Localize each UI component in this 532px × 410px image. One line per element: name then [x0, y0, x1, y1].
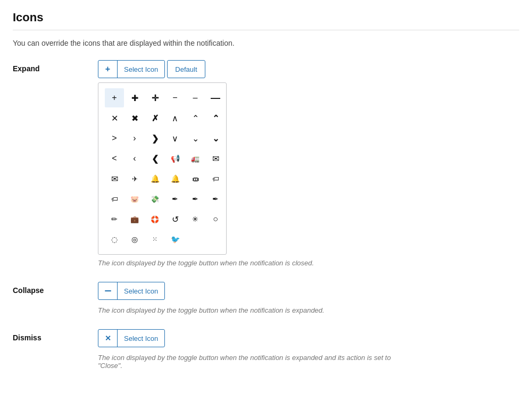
collapse-field-row: Collapse Select Icon The icon displayed … — [13, 282, 519, 314]
icon-cell-marker[interactable]: ✒ — [206, 189, 225, 208]
expand-select-icon-button[interactable]: + Select Icon — [98, 60, 165, 78]
icon-cell-lifebuoy[interactable]: 🛟 — [145, 210, 164, 229]
icon-cell-chevron-left-bold[interactable]: ❮ — [145, 149, 164, 168]
icon-cell-asterisk[interactable]: ✳ — [186, 210, 205, 229]
collapse-icon-preview — [98, 282, 118, 299]
icon-cell-envelope-filled[interactable]: ✉ — [105, 169, 124, 188]
icon-cell-chevron-down-bold[interactable]: ⌄ — [206, 129, 225, 148]
icon-cell-chevron-down-thin[interactable]: ∨ — [165, 129, 185, 148]
collapse-hint: The icon displayed by the toggle button … — [98, 306, 396, 314]
icon-cell-feather[interactable]: ✒ — [186, 189, 205, 208]
icon-cell-circle[interactable]: ○ — [206, 210, 225, 229]
icon-cell-bell-ringing[interactable]: 🔔 — [165, 169, 185, 188]
icon-picker-grid: + ✚ ✛ − – — ✕ ✖ ✗ ∧ ⌃ ⌃ > › ❯ ∨ ⌄ ⌄ < ‹ … — [98, 82, 227, 255]
icon-cell-dots-grid[interactable]: ⁙ — [145, 230, 164, 249]
icon-cell-tag2[interactable]: 🏷 — [105, 189, 124, 208]
collapse-button-label: Select Icon — [118, 287, 164, 295]
icon-cell-megaphone[interactable]: 📢 — [165, 149, 185, 168]
collapse-content: Select Icon The icon displayed by the to… — [98, 282, 519, 314]
icon-cell-chevron-right-medium[interactable]: › — [125, 129, 144, 148]
icon-cell-x-thin[interactable]: ✕ — [105, 108, 124, 128]
icon-cell-minus-bold[interactable]: — — [206, 88, 225, 107]
icon-cell-empty-2[interactable] — [206, 230, 225, 249]
dismiss-content: ✕ Select Icon The icon displayed by the … — [98, 329, 519, 370]
dismiss-icon-preview: ✕ — [98, 330, 118, 347]
expand-button-label: Select Icon — [118, 65, 164, 73]
icon-cell-chevron-up-thin[interactable]: ∧ — [165, 108, 185, 128]
collapse-minus-icon — [105, 290, 111, 291]
icon-cell-twitter[interactable]: 🐦 — [165, 230, 185, 249]
icon-cell-plus-bold[interactable]: ✛ — [145, 88, 164, 107]
icon-cell-x-medium[interactable]: ✖ — [125, 108, 144, 128]
icon-cell-empty-1[interactable] — [186, 230, 205, 249]
icon-cell-minus-thin[interactable]: − — [165, 88, 185, 107]
icon-cell-chevron-right-thin[interactable]: > — [105, 129, 124, 148]
icon-cell-dotted-circle[interactable]: ◌ — [105, 230, 124, 249]
icon-cell-plus-thin[interactable]: + — [105, 88, 124, 107]
icon-cell-refresh[interactable]: ↺ — [165, 210, 185, 229]
icon-cell-chevron-left-medium[interactable]: ‹ — [125, 149, 144, 168]
dismiss-hint: The icon displayed by the toggle button … — [98, 354, 396, 370]
section-divider — [13, 30, 519, 30]
icon-cell-ticket[interactable]: 🎟 — [186, 169, 205, 188]
dismiss-button-label: Select Icon — [118, 334, 164, 342]
icon-cell-pencil[interactable]: ✏ — [105, 210, 124, 229]
icon-cell-chevron-up-bold[interactable]: ⌃ — [206, 108, 225, 128]
icon-cell-briefcase[interactable]: 💼 — [125, 210, 144, 229]
dismiss-label: Dismiss — [13, 329, 98, 342]
collapse-label: Collapse — [13, 282, 98, 295]
dismiss-field-row: Dismiss ✕ Select Icon The icon displayed… — [13, 329, 519, 370]
expand-btn-group: + Select Icon Default — [98, 60, 205, 78]
dismiss-select-icon-button[interactable]: ✕ Select Icon — [98, 329, 165, 347]
expand-label: Expand — [13, 60, 98, 73]
icon-cell-piggy-bank[interactable]: 🐷 — [125, 189, 144, 208]
icon-cell-pen[interactable]: ✒ — [165, 189, 185, 208]
icon-cell-bell[interactable]: 🔔 — [145, 169, 164, 188]
dismiss-x-icon: ✕ — [105, 334, 111, 342]
icon-cell-paper-plane[interactable]: ✈ — [125, 169, 144, 188]
expand-content: + Select Icon Default + ✚ ✛ − – — ✕ ✖ ✗ … — [98, 60, 519, 267]
icon-cell-chevron-down-medium[interactable]: ⌄ — [186, 129, 205, 148]
expand-default-button[interactable]: Default — [167, 60, 205, 78]
collapse-select-icon-button[interactable]: Select Icon — [98, 282, 165, 300]
expand-icon-preview: + — [98, 61, 118, 78]
icon-cell-money[interactable]: 💸 — [145, 189, 164, 208]
icon-cell-truck[interactable]: 🚛 — [186, 149, 205, 168]
page-title: Icons — [13, 11, 519, 24]
icon-cell-chevron-right-bold[interactable]: ❯ — [145, 129, 164, 148]
expand-field-row: Expand + Select Icon Default + ✚ ✛ − – —… — [13, 60, 519, 267]
icon-cell-plus-medium[interactable]: ✚ — [125, 88, 144, 107]
icon-cell-tag[interactable]: 🏷 — [206, 169, 225, 188]
icon-cell-envelope-outline[interactable]: ✉ — [206, 149, 225, 168]
icon-cell-x-bold[interactable]: ✗ — [145, 108, 164, 128]
expand-hint: The icon displayed by the toggle button … — [98, 259, 396, 267]
icon-cell-minus-medium[interactable]: – — [186, 88, 205, 107]
icon-cell-chevron-left-thin[interactable]: < — [105, 149, 124, 168]
page-description: You can override the icons that are disp… — [13, 39, 519, 47]
icon-cell-chevron-up-medium[interactable]: ⌃ — [186, 108, 205, 128]
icon-cell-bullseye[interactable]: ◎ — [125, 230, 144, 249]
